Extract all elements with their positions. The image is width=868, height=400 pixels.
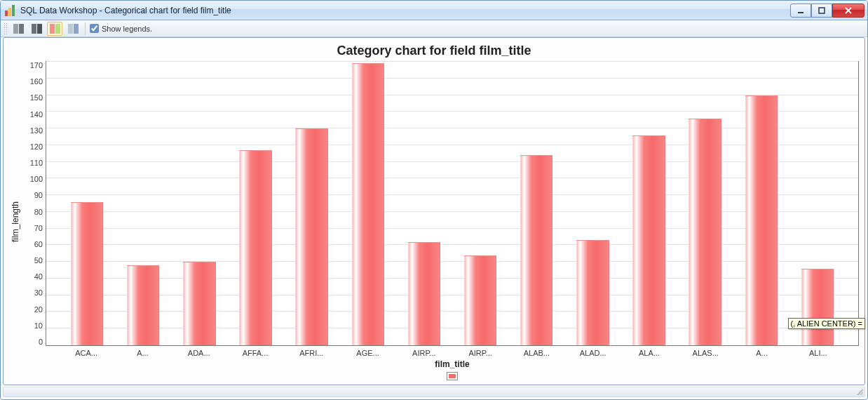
- y-tick: 160: [30, 77, 43, 86]
- x-tick: ALAB...: [508, 349, 564, 357]
- app-icon: [5, 5, 16, 16]
- bar-cell: [564, 62, 621, 345]
- x-tick: ALAS...: [677, 349, 733, 357]
- swatch-dark-icon: [32, 24, 42, 34]
- toolbar-grip[interactable]: [4, 22, 8, 35]
- y-axis-label: film_length: [9, 61, 22, 382]
- bar-cell: [789, 62, 846, 345]
- y-tick-labels: 1701601501401301201101009080706050403020…: [22, 61, 46, 346]
- color-mode-multi-button[interactable]: [47, 22, 62, 36]
- bar-cell: [115, 62, 171, 345]
- bar[interactable]: [408, 242, 440, 345]
- y-tick: 100: [30, 175, 43, 183]
- color-mode-dark-button[interactable]: [29, 22, 44, 36]
- swatch-multi-icon: [50, 24, 60, 34]
- x-tick: ADA...: [171, 349, 227, 357]
- plot-wrap: film_length 1701601501401301201101009080…: [9, 61, 859, 382]
- swatch-gray-icon: [13, 24, 24, 34]
- bar-cell: [340, 62, 396, 345]
- bar[interactable]: [239, 150, 271, 345]
- bar[interactable]: [352, 63, 384, 345]
- show-legends-label: Show legends.: [102, 25, 152, 33]
- bar-tooltip: (, ALIEN CENTER) =: [788, 318, 865, 329]
- bar[interactable]: [295, 128, 327, 345]
- svg-rect-1: [819, 8, 825, 13]
- x-axis-label: film_title: [46, 357, 859, 371]
- svg-rect-0: [798, 12, 803, 13]
- bar-cell: [677, 62, 733, 345]
- bar-cell: [227, 62, 283, 345]
- y-tick: 140: [30, 110, 43, 119]
- bar-cell: [452, 62, 508, 345]
- maximize-button[interactable]: [811, 4, 832, 18]
- bar-cell: [284, 62, 340, 345]
- show-legends-checkbox[interactable]: [90, 24, 99, 33]
- minimize-button[interactable]: [790, 4, 811, 18]
- toolbar: Show legends.: [1, 20, 867, 37]
- y-tick: 170: [30, 61, 43, 69]
- bar[interactable]: [71, 202, 103, 345]
- x-tick: ALA...: [621, 349, 677, 357]
- bar[interactable]: [745, 95, 778, 345]
- y-tick: 10: [34, 321, 43, 330]
- maximize-icon: [818, 7, 825, 14]
- y-tick: 20: [34, 305, 43, 314]
- x-tick: ACA...: [58, 349, 114, 357]
- chart-panel: Category chart for field film_title film…: [3, 37, 865, 385]
- y-tick: 110: [30, 159, 43, 167]
- x-tick: A...: [733, 349, 789, 357]
- bar[interactable]: [801, 269, 834, 345]
- legend-row: [46, 371, 859, 382]
- x-tick: AGE...: [339, 349, 395, 357]
- x-tick: AFRI...: [283, 349, 339, 357]
- window-title: SQL Data Workshop - Categorical chart fo…: [20, 6, 790, 15]
- x-tick: A...: [114, 349, 170, 357]
- bar-cell: [59, 62, 115, 345]
- y-tick: 40: [34, 272, 43, 281]
- close-button[interactable]: [832, 4, 864, 18]
- y-tick: 150: [30, 93, 43, 102]
- x-tick: ALI...: [790, 349, 846, 357]
- size-grip[interactable]: [855, 387, 863, 395]
- plot-area[interactable]: [46, 61, 859, 346]
- bars-container: [46, 62, 858, 345]
- window-buttons: [790, 4, 864, 18]
- plot-column: 1701601501401301201101009080706050403020…: [22, 61, 859, 382]
- bar[interactable]: [689, 119, 721, 345]
- show-legends-toggle[interactable]: Show legends.: [90, 24, 152, 33]
- y-tick: 120: [30, 142, 43, 151]
- x-tick-labels: ACA...A...ADA...AFFA...AFRI...AGE...AIRP…: [46, 346, 859, 357]
- y-tick: 60: [34, 240, 43, 248]
- bar[interactable]: [183, 262, 215, 345]
- status-bar: [3, 387, 865, 397]
- plot-row: 1701601501401301201101009080706050403020…: [22, 61, 859, 346]
- bar[interactable]: [520, 155, 552, 345]
- color-mode-blue-button[interactable]: [65, 22, 81, 36]
- x-tick: AFFA...: [227, 349, 283, 357]
- y-tick: 30: [34, 288, 43, 297]
- bar[interactable]: [127, 265, 159, 345]
- swatch-blue-icon: [68, 24, 79, 34]
- y-tick: 0: [39, 338, 43, 346]
- bar-cell: [396, 62, 452, 345]
- close-icon: [844, 7, 853, 14]
- toolbar-separator: [85, 22, 86, 35]
- legend-swatch[interactable]: [447, 372, 458, 380]
- bar[interactable]: [632, 135, 665, 345]
- y-tick: 90: [34, 191, 43, 199]
- x-tick: AIRP...: [396, 349, 452, 357]
- color-mode-gray-button[interactable]: [11, 22, 26, 36]
- bar-cell: [621, 62, 677, 345]
- y-tick: 130: [30, 126, 43, 135]
- minimize-icon: [797, 7, 804, 14]
- bar-cell: [171, 62, 227, 345]
- x-tick: AIRP...: [452, 349, 508, 357]
- bar[interactable]: [576, 240, 609, 345]
- bar[interactable]: [464, 255, 496, 345]
- bar-cell: [733, 62, 789, 345]
- y-tick: 50: [34, 256, 43, 265]
- window-titlebar: SQL Data Workshop - Categorical chart fo…: [1, 1, 867, 20]
- chart-title: Category chart for field film_title: [9, 42, 859, 61]
- x-tick: ALAD...: [565, 349, 621, 357]
- bar-cell: [508, 62, 564, 345]
